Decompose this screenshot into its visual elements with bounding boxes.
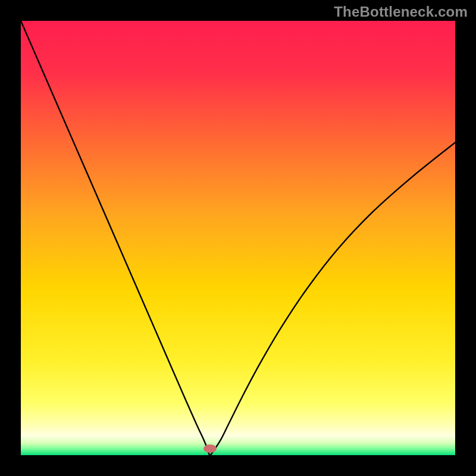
bottleneck-curve	[21, 21, 455, 455]
optimum-marker	[203, 444, 217, 453]
watermark-text: TheBottleneck.com	[334, 4, 468, 20]
chart-frame: TheBottleneck.com	[0, 0, 476, 476]
plot-area	[21, 21, 455, 455]
